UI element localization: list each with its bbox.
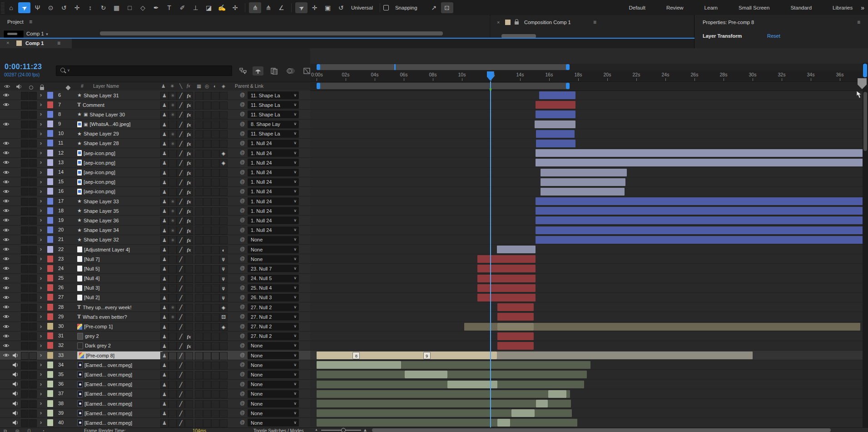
solo-toggle[interactable] [21,92,29,100]
effect-switch[interactable] [211,246,219,254]
collapse-switch[interactable] [169,381,177,389]
quality-switch[interactable]: ╱ [177,323,185,331]
horizontal-scrollbar-thumb[interactable] [372,428,831,432]
motion-blur-switch[interactable] [203,410,211,418]
twirl-icon[interactable]: › [40,179,42,185]
parent-pickwhip-icon[interactable]: @ [240,333,245,338]
lock-toggle[interactable] [29,130,37,138]
lock-toggle[interactable] [29,362,37,369]
parent-dropdown[interactable]: 8. Shape Lay∨ [248,121,299,128]
motion-blur-switch[interactable] [203,400,211,408]
twirl-icon[interactable]: › [40,323,42,330]
quality-switch[interactable]: ╱ [177,256,185,264]
layer-row-17[interactable]: ›17★Shape Layer 33♟✳╱fx@1. Null 24∨ [0,196,310,206]
timeline-navigator-bar[interactable] [317,64,570,70]
layer-duration-bar[interactable] [541,169,627,176]
quality-switch[interactable]: ╱ [177,178,185,186]
motion-blur-switch[interactable] [203,294,211,302]
current-time-display[interactable]: 0:00:11:23 [5,63,42,71]
label-color-chip[interactable] [47,352,53,359]
label-color-chip[interactable] [47,381,53,387]
layer-name[interactable]: ★Shape Layer 34 [77,226,159,234]
collapse-switch[interactable] [169,256,177,264]
layer-row-24[interactable]: ›24[Null 5]♟╱⋔@23. Null 7∨ [0,264,310,273]
timeline-track-row-27[interactable] [310,293,863,302]
fx-switch[interactable] [185,275,193,283]
fx-switch[interactable] [185,410,193,418]
collapse-switch[interactable] [169,188,177,196]
layer-duration-bar[interactable] [539,91,575,99]
effect-switch[interactable] [211,140,219,148]
shy-switch[interactable]: ♟ [160,150,169,158]
fx-switch[interactable] [185,265,193,273]
fx-switch[interactable] [185,381,193,389]
layer-row-12[interactable]: ›12[aep-icon.png]♟╱fx◈@1. Null 24∨ [0,148,310,158]
layer-name[interactable]: [Null 2] [77,294,159,301]
timeline-track-row-25[interactable] [310,274,863,283]
effect-switch[interactable] [211,275,219,283]
audio-toggle[interactable] [11,323,19,330]
parent-dropdown[interactable]: 1. Null 24∨ [248,140,299,147]
lock-toggle[interactable] [29,140,37,147]
solo-toggle[interactable] [21,400,29,408]
fx-switch[interactable] [185,294,193,302]
frame-blend-switch[interactable] [195,169,203,177]
layer-row-28[interactable]: ›28TThey up...every week!♟✳╱◈@27. Null 2… [0,302,310,312]
parent-pickwhip-icon[interactable]: @ [240,111,245,116]
layer-name[interactable]: ★Shape Layer 33 [77,197,159,205]
shy-switch[interactable]: ♟ [160,111,169,119]
layer-row-22[interactable]: ›22[Adjustment Layer 4]♟╱fx◐@None∨ [0,245,310,254]
eye-toggle[interactable] [2,303,10,311]
layer-row-8[interactable]: ›8★▣Shape Layer 30♟✳╱fx@11. Shape La∨ [0,110,310,119]
solo-toggle[interactable] [21,371,29,379]
eye-toggle[interactable] [2,400,10,407]
layer-name[interactable]: ★▣Shape Layer 30 [77,111,159,118]
quality-switch[interactable]: ╱ [177,198,185,206]
frame-blend-switch[interactable] [195,275,203,283]
threed-switch[interactable] [219,419,228,427]
brush-tool[interactable]: ✐ [176,2,188,13]
motion-blur-switch[interactable] [203,284,211,292]
fx-switch[interactable]: fx [185,159,193,167]
shy-switch[interactable]: ♟ [160,178,169,186]
timeline-track-row-9[interactable] [310,120,863,129]
fx-switch[interactable]: fx [185,342,193,350]
layer-duration-bar[interactable] [566,390,570,398]
motion-blur-switch[interactable] [203,188,211,196]
fx-switch[interactable]: fx [185,188,193,196]
threed-switch[interactable] [219,130,228,138]
layer-name[interactable]: grey 2 [77,332,159,340]
fx-switch[interactable]: fx [185,121,193,129]
lock-toggle[interactable] [29,236,37,244]
motion-blur-switch[interactable] [203,381,211,389]
layer-name[interactable]: ★Shape Layer 36 [77,216,159,224]
timeline-track-row-32[interactable] [310,341,863,351]
threed-switch[interactable]: ⋔ [219,265,228,273]
effect-switch[interactable] [211,390,219,398]
layer-name-column-header[interactable]: Layer Name [93,83,119,89]
collapse-switch[interactable] [169,371,177,379]
motion-blur-switch[interactable] [203,178,211,186]
motion-blur-switch[interactable] [203,275,211,283]
frame-blend-switch[interactable] [195,150,203,158]
layer-row-21[interactable]: ›21★Shape Layer 32♟✳╱fx@None∨ [0,235,310,245]
timeline-track-row-30[interactable] [310,322,863,332]
audio-toggle[interactable] [11,409,19,417]
effect-switch[interactable] [211,178,219,186]
timeline-track-row-26[interactable] [310,283,863,293]
pan-camera-tool[interactable]: ✛ [71,2,83,13]
twirl-icon[interactable]: › [40,236,42,243]
quality-switch[interactable]: ╱ [177,246,185,254]
twirl-icon[interactable]: › [40,140,42,146]
layer-name[interactable]: [Earned... over.mpeg] [77,371,159,378]
audio-toggle[interactable] [11,313,19,320]
shy-switch[interactable]: ♟ [160,381,169,389]
layer-duration-bar[interactable] [317,400,536,407]
label-color-chip[interactable] [47,188,53,195]
parent-dropdown[interactable]: 27. Null 2∨ [248,303,299,311]
eye-toggle[interactable] [2,246,10,253]
fx-switch[interactable] [185,323,193,331]
orbit-camera-tool[interactable]: ↺ [58,2,70,13]
layer-duration-bar[interactable] [536,159,863,166]
quality-switch[interactable]: ╱ [177,284,185,292]
